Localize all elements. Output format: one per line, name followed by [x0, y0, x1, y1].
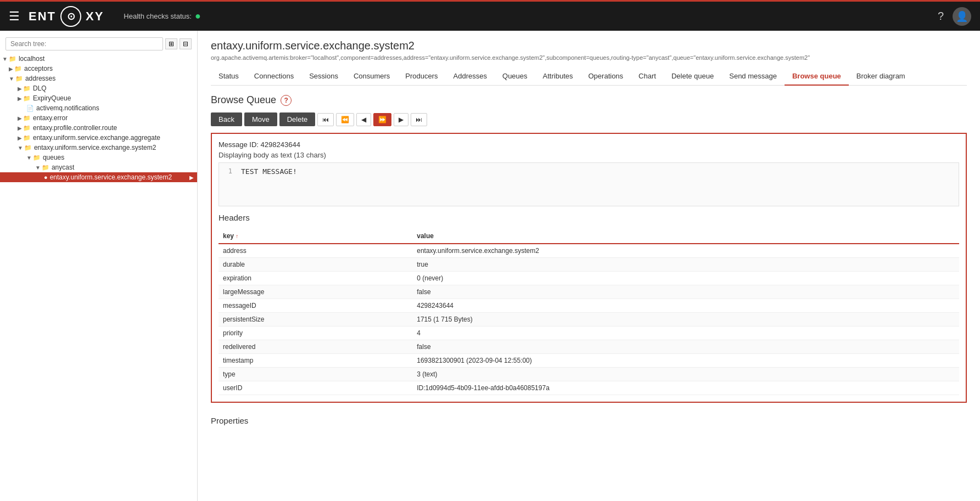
tab-addresses[interactable]: Addresses — [446, 67, 495, 86]
tree-item-entaxy-error[interactable]: ▶ 📁 entaxy.error — [0, 113, 197, 123]
tree-label-DLQ: DLQ — [33, 85, 47, 92]
tree-item-localhost[interactable]: ▼ 📁 localhost — [0, 54, 197, 64]
cell-key: priority — [219, 327, 412, 340]
arrow-icon: ▶ — [18, 115, 22, 121]
table-row: expiration0 (never) — [219, 272, 959, 285]
next-button[interactable]: ⏩ — [373, 113, 391, 126]
help-icon[interactable]: ? — [938, 10, 944, 22]
expand-all-button[interactable]: ⊞ — [165, 38, 177, 49]
table-row: largeMessagefalse — [219, 285, 959, 299]
table-row: userIDID:1d0994d5-4b09-11ee-afdd-b0a4608… — [219, 381, 959, 395]
cell-value: 1693821300901 (2023-09-04 12:55:00) — [412, 354, 959, 368]
tab-attributes[interactable]: Attributes — [535, 67, 581, 86]
file-icon: 📄 — [26, 105, 34, 112]
folder-icon: 📁 — [15, 75, 23, 82]
tree-item-DLQ[interactable]: ▶ 📁 DLQ — [0, 83, 197, 93]
toolbar: Back Move Delete ⏮ ⏪ ◀ ⏩ ▶ ⏭ — [211, 112, 967, 126]
tab-chart[interactable]: Chart — [631, 67, 664, 86]
move-button[interactable]: Move — [244, 112, 277, 126]
prev-button[interactable]: ◀ — [356, 113, 371, 126]
arrow-icon: ▼ — [35, 165, 41, 171]
tab-queues[interactable]: Queues — [495, 67, 535, 86]
tree-label-queues: queues — [43, 154, 64, 161]
message-id: Message ID: 4298243644 — [219, 140, 959, 149]
search-input[interactable] — [5, 37, 163, 50]
health-dot: ● — [195, 10, 201, 22]
table-row: redeliveredfalse — [219, 340, 959, 354]
tree-item-entaxy-aggregate[interactable]: ▶ 📁 entaxy.uniform.service.exchange.aggr… — [0, 133, 197, 143]
message-container: Message ID: 4298243644 Displaying body a… — [211, 133, 967, 403]
leaf-file-icon: ● — [44, 174, 48, 181]
tree-item-anycast[interactable]: ▼ 📁 anycast — [0, 162, 197, 172]
cell-value: 3 (text) — [412, 368, 959, 381]
tree-label-activemq-notifications: activemq.notifications — [36, 104, 99, 112]
tree-label-entaxy-system2-leaf: entaxy.uniform.service.exchange.system2 — [50, 173, 172, 181]
hamburger-menu[interactable]: ☰ — [9, 9, 20, 24]
headers-title: Headers — [219, 213, 959, 224]
table-row: priority4 — [219, 327, 959, 340]
tab-consumers[interactable]: Consumers — [346, 67, 397, 86]
arrow-icon: ▼ — [2, 56, 8, 62]
cell-value: 4298243644 — [412, 299, 959, 313]
tab-status[interactable]: Status — [211, 67, 247, 86]
cell-value: 4 — [412, 327, 959, 340]
next-last-button[interactable]: ▶ — [394, 113, 408, 126]
tab-producers[interactable]: Producers — [397, 67, 445, 86]
cell-key: redelivered — [219, 340, 412, 354]
page-subtitle: org.apache.activemq.artemis:broker="loca… — [211, 54, 967, 61]
tab-broker-diagram[interactable]: Broker diagram — [849, 67, 913, 86]
arrow-icon: ▼ — [18, 145, 23, 151]
collapse-all-button[interactable]: ⊟ — [180, 38, 192, 49]
tab-operations[interactable]: Operations — [581, 67, 631, 86]
tree-item-addresses[interactable]: ▼ 📁 addresses — [0, 74, 197, 83]
browse-queue-help-icon[interactable]: ? — [281, 95, 292, 106]
folder-icon: 📁 — [33, 154, 41, 161]
tree-item-entaxy-system2-leaf[interactable]: ● entaxy.uniform.service.exchange.system… — [0, 172, 197, 182]
main-content: entaxy.uniform.service.exchange.system2 … — [198, 31, 980, 501]
folder-icon: 📁 — [9, 55, 16, 63]
tree-item-entaxy-system2-parent[interactable]: ▼ 📁 entaxy.uniform.service.exchange.syst… — [0, 143, 197, 153]
col-key[interactable]: key ↑ — [219, 229, 412, 244]
arrow-icon: ▶ — [18, 86, 22, 92]
tab-send-message[interactable]: Send message — [721, 67, 785, 86]
prev-first-button[interactable]: ⏪ — [336, 113, 354, 126]
tab-browse-queue[interactable]: Browse queue — [785, 67, 849, 86]
cell-key: messageID — [219, 299, 412, 313]
logo-circle: ⊙ — [60, 6, 81, 27]
tree-label-addresses: addresses — [25, 75, 55, 82]
first-button[interactable]: ⏮ — [317, 113, 334, 126]
tab-sessions[interactable]: Sessions — [301, 67, 346, 86]
tree-item-ExpiryQueue[interactable]: ▶ 📁 ExpiryQueue — [0, 93, 197, 103]
tab-connections[interactable]: Connections — [247, 67, 301, 86]
section-title-text: Browse Queue — [211, 94, 276, 106]
folder-icon: 📁 — [23, 125, 31, 132]
back-button[interactable]: Back — [211, 112, 242, 126]
tree-item-queues[interactable]: ▼ 📁 queues — [0, 153, 197, 162]
cell-value: true — [412, 258, 959, 272]
line-number: 1 — [219, 167, 237, 175]
topbar: ☰ ENT ⊙ XY Health checks status: ● ? 👤 — [0, 0, 980, 31]
folder-icon: 📁 — [23, 115, 31, 122]
delete-button[interactable]: Delete — [279, 112, 316, 126]
layout: ⊞ ⊟ ▼ 📁 localhost ▶ 📁 acceptors ▼ 📁 ad — [0, 31, 980, 501]
cell-key: userID — [219, 381, 412, 395]
tree-item-acceptors[interactable]: ▶ 📁 acceptors — [0, 64, 197, 74]
avatar-icon: 👤 — [956, 10, 968, 22]
folder-icon: 📁 — [23, 85, 31, 92]
logo-text2: XY — [86, 9, 104, 24]
message-body-label: Displaying body as text (13 chars) — [219, 151, 959, 159]
tree-item-entaxy-profile[interactable]: ▶ 📁 entaxy.profile.controller.route — [0, 123, 197, 133]
tree-label-entaxy-profile: entaxy.profile.controller.route — [33, 124, 117, 132]
cell-value: ID:1d0994d5-4b09-11ee-afdd-b0a46085197a — [412, 381, 959, 395]
cell-value: false — [412, 340, 959, 354]
message-body-content: TEST MESSAGE! — [241, 167, 297, 176]
table-row: persistentSize1715 (1 715 Bytes) — [219, 313, 959, 327]
tab-delete-queue[interactable]: Delete queue — [664, 67, 721, 86]
message-body: 1 TEST MESSAGE! — [219, 162, 959, 206]
health-label: Health checks status: — [124, 12, 192, 20]
last-button[interactable]: ⏭ — [411, 113, 427, 126]
active-arrow: ▶ — [189, 174, 197, 181]
cell-key: persistentSize — [219, 313, 412, 327]
tree-item-activemq-notifications[interactable]: 📄 activemq.notifications — [0, 103, 197, 113]
avatar[interactable]: 👤 — [953, 7, 971, 26]
